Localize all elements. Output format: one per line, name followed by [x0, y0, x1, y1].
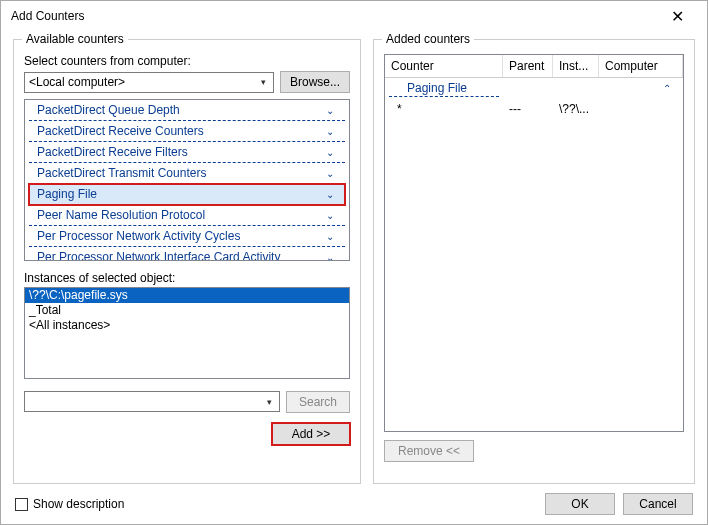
add-button[interactable]: Add >> [272, 423, 350, 445]
cancel-button[interactable]: Cancel [623, 493, 693, 515]
counter-category-label: PacketDirect Transmit Counters [37, 166, 323, 180]
counter-category-item[interactable]: Paging File⌄ [29, 184, 345, 205]
chevron-up-icon: ⌃ [663, 83, 677, 94]
add-counters-window: Add Counters ✕ Available counters Select… [0, 0, 708, 525]
chevron-down-icon: ⌄ [323, 252, 337, 262]
counter-category-list[interactable]: PacketDirect Queue Depth⌄PacketDirect Re… [24, 99, 350, 261]
counter-category-label: PacketDirect Queue Depth [37, 103, 323, 117]
counter-category-item[interactable]: Peer Name Resolution Protocol⌄ [29, 205, 345, 226]
added-group-row[interactable]: Paging File ⌃ [385, 78, 683, 99]
table-row[interactable]: * --- \??\... [385, 99, 683, 119]
counter-category-label: Paging File [37, 187, 323, 201]
added-legend: Added counters [382, 32, 474, 46]
show-description-label: Show description [33, 497, 124, 511]
window-title: Add Counters [11, 9, 657, 23]
available-legend: Available counters [22, 32, 128, 46]
added-group-label: Paging File [389, 80, 499, 97]
instance-item[interactable]: \??\C:\pagefile.sys [25, 288, 349, 303]
select-from-label: Select counters from computer: [24, 54, 350, 68]
chevron-down-icon: ⌄ [323, 231, 337, 242]
counter-category-item[interactable]: PacketDirect Queue Depth⌄ [29, 100, 345, 121]
chevron-down-icon: ▾ [256, 75, 271, 90]
counter-category-item[interactable]: Per Processor Network Activity Cycles⌄ [29, 226, 345, 247]
counter-category-label: PacketDirect Receive Filters [37, 145, 323, 159]
added-counters-group: Added counters Counter Parent Inst... Co… [373, 39, 695, 484]
instance-item[interactable]: <All instances> [25, 318, 349, 333]
chevron-down-icon: ⌄ [323, 105, 337, 116]
browse-button[interactable]: Browse... [280, 71, 350, 93]
counter-category-item[interactable]: PacketDirect Transmit Counters⌄ [29, 163, 345, 184]
table-header: Counter Parent Inst... Computer [385, 55, 683, 78]
col-computer[interactable]: Computer [599, 55, 683, 77]
chevron-down-icon: ⌄ [323, 126, 337, 137]
close-icon[interactable]: ✕ [657, 7, 697, 26]
chevron-down-icon: ▾ [262, 394, 277, 409]
counter-category-label: Per Processor Network Interface Card Act… [37, 250, 323, 261]
search-combo[interactable]: ▾ [24, 391, 280, 412]
search-button[interactable]: Search [286, 391, 350, 413]
chevron-down-icon: ⌄ [323, 147, 337, 158]
cell-parent: --- [503, 101, 553, 117]
dialog-body: Available counters Select counters from … [1, 31, 707, 484]
remove-button[interactable]: Remove << [384, 440, 474, 462]
added-counters-table: Counter Parent Inst... Computer Paging F… [384, 54, 684, 432]
available-counters-group: Available counters Select counters from … [13, 39, 361, 484]
instance-item[interactable]: _Total [25, 303, 349, 318]
counter-category-item[interactable]: PacketDirect Receive Counters⌄ [29, 121, 345, 142]
cell-inst: \??\... [553, 101, 599, 117]
instances-label: Instances of selected object: [24, 271, 350, 285]
dialog-footer: Show description OK Cancel [1, 484, 707, 524]
show-description-checkbox[interactable] [15, 498, 28, 511]
chevron-down-icon: ⌄ [323, 168, 337, 179]
counter-category-label: PacketDirect Receive Counters [37, 124, 323, 138]
col-inst[interactable]: Inst... [553, 55, 599, 77]
chevron-down-icon: ⌄ [323, 189, 337, 200]
computer-combo-value: <Local computer> [29, 75, 125, 89]
counter-category-item[interactable]: Per Processor Network Interface Card Act… [29, 247, 345, 261]
cell-computer [599, 101, 683, 117]
col-counter[interactable]: Counter [385, 55, 503, 77]
counter-category-item[interactable]: PacketDirect Receive Filters⌄ [29, 142, 345, 163]
titlebar: Add Counters ✕ [1, 1, 707, 31]
counter-category-label: Peer Name Resolution Protocol [37, 208, 323, 222]
instances-list[interactable]: \??\C:\pagefile.sys_Total<All instances> [24, 287, 350, 379]
computer-combo[interactable]: <Local computer> ▾ [24, 72, 274, 93]
chevron-down-icon: ⌄ [323, 210, 337, 221]
cell-counter: * [385, 101, 503, 117]
col-parent[interactable]: Parent [503, 55, 553, 77]
counter-category-label: Per Processor Network Activity Cycles [37, 229, 323, 243]
ok-button[interactable]: OK [545, 493, 615, 515]
